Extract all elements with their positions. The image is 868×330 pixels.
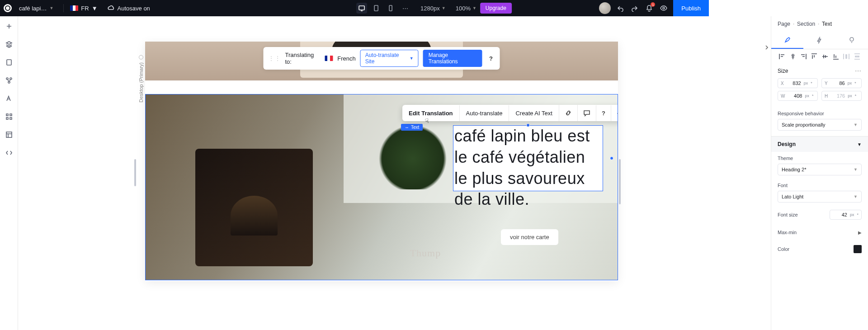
cafe-brand-text: Thump xyxy=(410,247,441,259)
lang-code: FR xyxy=(81,5,89,12)
viewport-width[interactable]: 1280px▼ xyxy=(420,5,446,12)
pages-icon[interactable] xyxy=(5,58,14,67)
svg-point-3 xyxy=(663,7,665,9)
cta-button[interactable]: voir notre carte xyxy=(501,229,558,245)
create-ai-text-button[interactable]: Create AI Text xyxy=(509,105,558,121)
comment-icon[interactable] xyxy=(577,105,596,121)
zoom-level[interactable]: 100%▼ xyxy=(456,5,476,12)
notifications-button[interactable]: 1 xyxy=(644,3,654,13)
redo-button[interactable] xyxy=(630,3,640,13)
code-icon[interactable] xyxy=(5,148,14,157)
scrollbar[interactable] xyxy=(619,159,621,204)
user-avatar[interactable] xyxy=(599,2,611,14)
svg-rect-12 xyxy=(6,132,12,137)
canvas[interactable]: Desktop (Primary) ⋮⋮ Translating to: Fre… xyxy=(18,16,709,269)
chevron-down-icon: ▼ xyxy=(92,5,98,12)
cloud-icon xyxy=(108,5,115,12)
autosave-label: Autosave on xyxy=(118,5,150,12)
resize-handle-top[interactable] xyxy=(526,123,530,127)
zoom-value: 100% xyxy=(456,5,471,12)
svg-rect-10 xyxy=(6,118,8,119)
flag-fr-icon xyxy=(325,56,333,61)
page-frame[interactable]: ⋮⋮ Translating to: French Auto-translate… xyxy=(145,42,618,269)
selection-type-tag: ↔ Text xyxy=(401,124,423,131)
undo-button[interactable] xyxy=(615,3,625,13)
page-name: café lapi… xyxy=(19,5,47,12)
svg-rect-4 xyxy=(7,60,11,65)
device-desktop-button[interactable] xyxy=(356,3,367,14)
translate-prefix: Translating to: xyxy=(285,52,321,65)
selected-text-element[interactable]: ↔ Text café lapin bleu est le café végét… xyxy=(453,125,603,191)
resize-handle-right[interactable] xyxy=(610,156,613,160)
help-icon[interactable]: ? xyxy=(486,54,495,63)
add-element-icon[interactable] xyxy=(5,22,14,31)
auto-translate-button[interactable]: Auto-translate xyxy=(459,105,509,121)
app-logo[interactable] xyxy=(4,4,12,12)
notification-badge: 1 xyxy=(651,2,655,7)
device-mobile-button[interactable] xyxy=(385,3,396,14)
more-icon[interactable]: ⋯ xyxy=(611,105,618,121)
svg-rect-2 xyxy=(389,5,392,11)
layers-icon[interactable] xyxy=(5,40,14,49)
chevron-down-icon: ▼ xyxy=(49,6,53,10)
svg-rect-8 xyxy=(6,114,8,116)
language-switcher[interactable]: FR ▼ xyxy=(70,5,97,12)
auto-translate-site-button[interactable]: Auto-translate Site▼ xyxy=(360,50,419,67)
breakpoint-indicator-icon xyxy=(139,55,143,60)
ruler-handle-left[interactable] xyxy=(134,159,136,186)
cms-icon[interactable] xyxy=(5,130,14,139)
breakpoint-label: Desktop (Primary) xyxy=(138,55,144,103)
translation-bar: ⋮⋮ Translating to: French Auto-translate… xyxy=(264,47,500,70)
connections-icon[interactable] xyxy=(5,76,14,85)
svg-rect-1 xyxy=(374,5,378,11)
publish-button[interactable]: Publish xyxy=(673,0,709,16)
svg-rect-9 xyxy=(10,114,12,116)
svg-rect-0 xyxy=(359,6,364,10)
viewport-value: 1280px xyxy=(420,5,440,12)
svg-rect-11 xyxy=(10,118,12,119)
preview-button[interactable] xyxy=(659,3,669,13)
help-icon[interactable]: ? xyxy=(596,105,611,121)
hero-heading-text[interactable]: café lapin bleu est le café végétalien l… xyxy=(453,126,603,210)
hero-section[interactable]: Thump Edit Translation Auto-translate Cr… xyxy=(145,94,618,269)
upgrade-button[interactable]: Upgrade xyxy=(480,3,512,14)
fonts-icon[interactable] xyxy=(5,94,14,103)
edit-translation-button[interactable]: Edit Translation xyxy=(402,105,459,121)
drag-handle-icon[interactable]: ⋮⋮ xyxy=(268,55,281,62)
device-more-button[interactable]: ⋯ xyxy=(400,3,410,14)
link-icon[interactable] xyxy=(559,105,577,121)
manage-translations-button[interactable]: Manage Translations xyxy=(423,50,482,67)
flag-fr-icon xyxy=(70,5,78,11)
autosave-status: Autosave on xyxy=(108,5,150,12)
context-toolbar: Edit Translation Auto-translate Create A… xyxy=(402,105,618,121)
device-tablet-button[interactable] xyxy=(371,3,382,14)
apps-grid-icon[interactable] xyxy=(5,112,14,121)
top-bar: café lapi… ▼ FR ▼ Autosave on ⋯ 1280px▼ … xyxy=(0,0,709,16)
svg-point-7 xyxy=(8,81,10,83)
translate-lang: French xyxy=(337,55,355,62)
left-tool-rail xyxy=(0,16,18,269)
page-switcher[interactable]: café lapi… ▼ xyxy=(15,5,57,12)
